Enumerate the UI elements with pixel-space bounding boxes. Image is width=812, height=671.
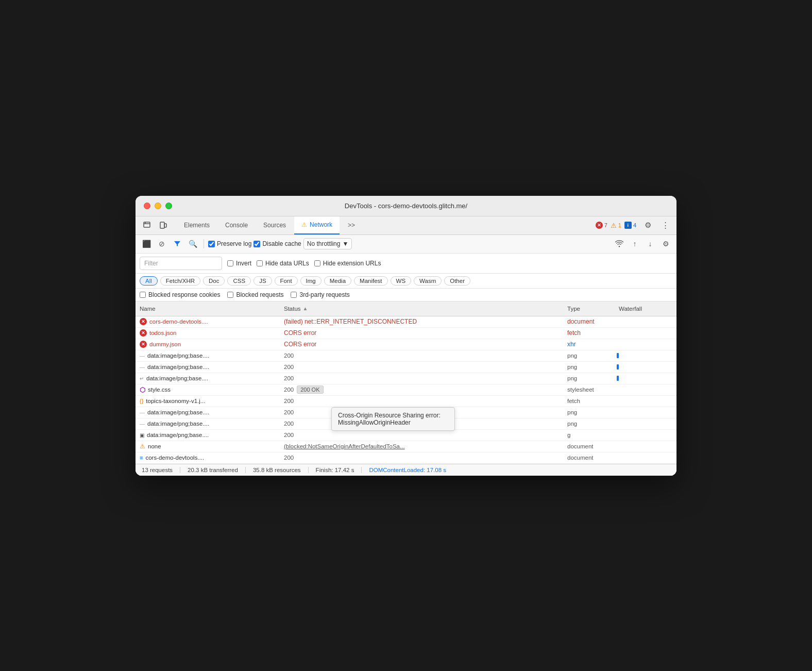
- more-options-icon[interactable]: ⋮: [658, 218, 672, 232]
- row-type: document: [567, 443, 594, 449]
- svg-rect-3: [160, 222, 164, 228]
- td-name: — data:image/png;base....: [136, 362, 280, 372]
- import-icon[interactable]: ↑: [628, 237, 641, 250]
- tab-console[interactable]: Console: [218, 216, 255, 234]
- error-circle-icon: ✕: [140, 341, 147, 348]
- type-pill-ws[interactable]: WS: [391, 276, 412, 286]
- type-pill-js[interactable]: JS: [253, 276, 272, 286]
- disable-cache-group[interactable]: Disable cache: [253, 240, 301, 247]
- close-button[interactable]: [144, 203, 150, 209]
- invert-group[interactable]: Invert: [227, 260, 251, 267]
- third-party-group[interactable]: 3rd-party requests: [291, 291, 349, 298]
- preserve-log-checkbox[interactable]: [208, 241, 215, 247]
- img-icon: ▣: [140, 432, 144, 438]
- row-type: fetch: [567, 329, 581, 337]
- td-type: document: [563, 452, 615, 463]
- warn-icon: ⚠: [140, 443, 145, 450]
- row-name: data:image/png;base....: [147, 409, 209, 415]
- table-row[interactable]: — data:image/png;base.... 200 png: [136, 350, 676, 362]
- table-row[interactable]: ⚠ none (blocked:NotSameOriginAfterDefaul…: [136, 441, 676, 452]
- status-text: CORS error: [284, 329, 316, 337]
- td-waterfall: [615, 399, 676, 402]
- hide-extension-urls-checkbox[interactable]: [314, 260, 320, 266]
- blocked-requests-checkbox[interactable]: [227, 292, 233, 298]
- filter-input-wrapper[interactable]: [140, 257, 222, 270]
- table-row[interactable]: — data:image/png;base.... 200 png: [136, 362, 676, 373]
- td-status: 200: [280, 452, 563, 463]
- wifi-icon[interactable]: [613, 237, 626, 250]
- settings-icon[interactable]: ⚙: [640, 218, 655, 232]
- td-waterfall: [615, 422, 676, 425]
- preserve-log-group[interactable]: Preserve log: [208, 240, 251, 247]
- network-settings-icon[interactable]: ⚙: [659, 237, 672, 250]
- network-table: Name Status ▲ Type Waterfall: [136, 301, 676, 464]
- error-icon: ✕: [596, 222, 603, 229]
- td-type: fetch: [563, 328, 615, 338]
- type-pill-wasm[interactable]: Wasm: [414, 276, 442, 286]
- stop-recording-button[interactable]: ⬛: [140, 237, 153, 250]
- filter-input[interactable]: [144, 260, 217, 267]
- minimize-button[interactable]: [155, 203, 161, 209]
- svg-rect-0: [144, 222, 150, 227]
- tab-elements[interactable]: Elements: [177, 216, 217, 234]
- devtools-body: Elements Console Sources ⚠ Network >>: [136, 216, 676, 476]
- toolbar-icons: ↑ ↓ ⚙: [613, 237, 672, 250]
- hide-data-urls-group[interactable]: Hide data URLs: [257, 260, 309, 267]
- td-name: ▣ data:image/png;base....: [136, 430, 280, 440]
- table-header: Name Status ▲ Type Waterfall: [136, 301, 676, 316]
- type-pill-doc[interactable]: Doc: [203, 276, 225, 286]
- hide-data-urls-checkbox[interactable]: [257, 260, 263, 266]
- third-party-checkbox[interactable]: [291, 292, 297, 298]
- maximize-button[interactable]: [165, 203, 172, 209]
- inspect-icon[interactable]: [140, 218, 154, 232]
- hide-extension-urls-group[interactable]: Hide extension URLs: [314, 260, 381, 267]
- status-bar: 13 requests 20.3 kB transferred 35.8 kB …: [136, 464, 676, 476]
- td-waterfall: [615, 331, 676, 334]
- td-status: 200: [280, 373, 563, 383]
- blocked-requests-group[interactable]: Blocked requests: [227, 291, 283, 298]
- td-waterfall: [615, 445, 676, 448]
- resources-size: 35.8 kB resources: [253, 467, 309, 473]
- blocked-cookies-checkbox[interactable]: [140, 292, 146, 298]
- clear-button[interactable]: ⊘: [155, 237, 168, 250]
- td-type: png: [563, 350, 615, 361]
- type-pill-fetch[interactable]: Fetch/XHR: [160, 276, 200, 286]
- filter-icon[interactable]: [171, 237, 184, 250]
- tab-network[interactable]: ⚠ Network: [294, 216, 340, 234]
- type-pill-other[interactable]: Other: [444, 276, 470, 286]
- table-row[interactable]: ↵ data:image/png;base.... 200 png: [136, 373, 676, 384]
- type-pill-img[interactable]: Img: [300, 276, 322, 286]
- type-pill-media[interactable]: Media: [324, 276, 351, 286]
- table-row[interactable]: {} topics-taxonomy-v1.j... 200 fetch: [136, 396, 676, 407]
- td-type: png: [563, 362, 615, 372]
- td-waterfall: [615, 343, 676, 346]
- dash-icon: —: [140, 353, 145, 359]
- table-row[interactable]: ✕ todos.json CORS error fetch: [136, 328, 676, 339]
- network-table-container: Name Status ▲ Type Waterfall: [136, 301, 676, 464]
- throttle-select[interactable]: No throttling ▼: [303, 238, 352, 249]
- device-icon[interactable]: [156, 218, 171, 232]
- invert-checkbox[interactable]: [227, 260, 233, 266]
- td-status: (failed) net::ERR_INTERNET_DISCONNECTED: [280, 316, 563, 327]
- type-pill-manifest[interactable]: Manifest: [354, 276, 387, 286]
- td-type: png: [563, 418, 615, 429]
- tab-sources[interactable]: Sources: [256, 216, 293, 234]
- table-row[interactable]: ✕ cors-demo-devtools.... (failed) net::E…: [136, 316, 676, 328]
- table-row[interactable]: ✕ dummy.json CORS error xhr: [136, 339, 676, 350]
- td-name: ⚠ none: [136, 441, 280, 451]
- disable-cache-checkbox[interactable]: [253, 241, 260, 247]
- tab-more[interactable]: >>: [341, 216, 362, 234]
- table-row[interactable]: ≡ cors-demo-devtools.... 200 document: [136, 452, 676, 464]
- waterfall-bar: [617, 376, 619, 381]
- search-icon[interactable]: 🔍: [186, 237, 199, 250]
- blocked-cookies-group[interactable]: Blocked response cookies: [140, 291, 220, 298]
- toolbar-separator-1: [204, 239, 204, 248]
- waterfall-bar: [617, 353, 619, 358]
- type-pill-font[interactable]: Font: [275, 276, 298, 286]
- type-pill-all[interactable]: All: [140, 276, 158, 286]
- type-pill-css[interactable]: CSS: [227, 276, 251, 286]
- export-icon[interactable]: ↓: [644, 237, 657, 250]
- table-row[interactable]: ▣ data:image/png;base.... 200 g: [136, 430, 676, 441]
- table-row[interactable]: ⬡ style.css 200200 OK stylesheet: [136, 384, 676, 396]
- requests-count: 13 requests: [142, 467, 180, 473]
